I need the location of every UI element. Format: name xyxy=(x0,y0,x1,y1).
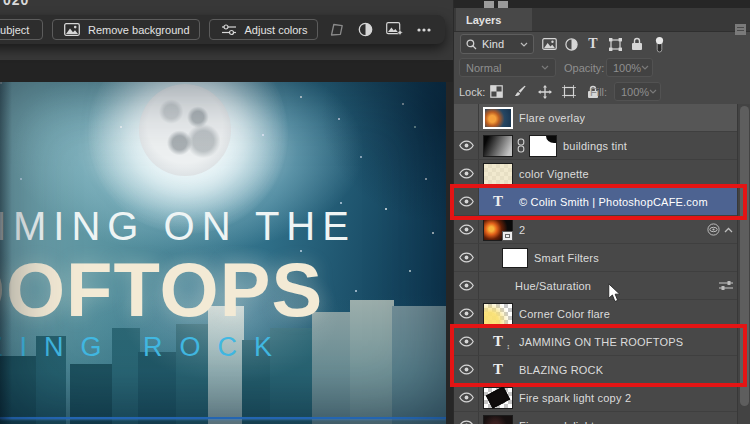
layer-row-body[interactable]: color Vignette xyxy=(479,160,738,187)
layer-thumbnail[interactable] xyxy=(483,219,513,241)
fx-eye-icon[interactable] xyxy=(707,223,720,236)
visibility-toggle[interactable] xyxy=(454,104,479,131)
fill-select[interactable]: 100% xyxy=(614,82,661,101)
visibility-toggle[interactable] xyxy=(454,132,479,159)
type-filter-icon[interactable]: T xyxy=(582,34,604,54)
layer-row-body[interactable]: Flare overlay xyxy=(479,104,738,131)
layer-row[interactable]: Fire spark light copy xyxy=(454,412,738,424)
layer-row[interactable]: Hue/Saturation xyxy=(454,272,738,300)
document-canvas[interactable]: JAMMING ON THE ROOFTOPS BLAZING ROCK xyxy=(0,82,446,424)
smart-object-filter-icon[interactable] xyxy=(626,34,648,54)
panel-dock-strip xyxy=(454,0,750,8)
image-settings-icon[interactable] xyxy=(385,20,405,40)
layer-name[interactable]: © Colin Smith | PhotoshopCAFE.com xyxy=(519,196,708,208)
layer-row-body[interactable]: 2 xyxy=(479,216,738,243)
lock-artboard-icon[interactable] xyxy=(559,82,578,101)
layers-panel: Layers Kind T Normal Opacity: 100% Lock: xyxy=(453,0,750,424)
layer-thumbnail[interactable] xyxy=(483,303,513,325)
visibility-toggle[interactable] xyxy=(454,216,479,243)
layer-row[interactable]: T© Colin Smith | PhotoshopCAFE.com xyxy=(454,188,738,216)
layer-row-body[interactable]: T↕JAMMING ON THE ROOFTOPS xyxy=(479,328,738,355)
visibility-toggle[interactable] xyxy=(454,300,479,327)
lock-brush-icon[interactable] xyxy=(511,82,530,101)
building xyxy=(242,340,272,424)
layer-name[interactable]: Fire spark light copy 2 xyxy=(519,392,631,404)
visibility-toggle[interactable] xyxy=(454,188,479,215)
layer-row-body[interactable]: Corner Color flare xyxy=(479,300,738,327)
layer-thumbnail[interactable] xyxy=(483,135,513,157)
visibility-toggle[interactable] xyxy=(454,328,479,355)
layer-name[interactable]: Fire spark light copy xyxy=(519,420,622,424)
visibility-toggle[interactable] xyxy=(454,356,479,383)
layer-name[interactable]: 2 xyxy=(519,224,525,236)
layer-thumbnail[interactable] xyxy=(502,248,528,268)
visibility-toggle[interactable] xyxy=(454,160,479,187)
layer-row-body[interactable]: buildings tint xyxy=(479,132,738,159)
visibility-toggle[interactable] xyxy=(454,384,479,411)
layer-row[interactable]: Smart Filters xyxy=(454,244,738,272)
type-layer-icon: T xyxy=(483,193,513,210)
layer-name[interactable]: JAMMING ON THE ROOFTOPS xyxy=(519,336,683,348)
layer-thumbnail[interactable] xyxy=(483,415,513,424)
adjust-colors-button[interactable]: Adjust colors xyxy=(209,19,318,40)
layer-row[interactable]: 2 xyxy=(454,216,738,244)
contrast-icon[interactable] xyxy=(356,20,376,40)
adjustment-filter-icon[interactable] xyxy=(560,34,582,54)
layer-name[interactable]: Flare overlay xyxy=(519,112,585,124)
layer-name[interactable]: Smart Filters xyxy=(534,252,599,264)
lock-row: Lock: Fill: 100% xyxy=(454,81,750,102)
layer-name[interactable]: buildings tint xyxy=(563,140,627,152)
layer-name[interactable]: Corner Color flare xyxy=(519,308,610,320)
visibility-toggle[interactable] xyxy=(454,244,479,271)
layer-row-body[interactable]: Fire spark light copy 2 xyxy=(479,384,738,411)
layer-row-body[interactable]: Smart Filters xyxy=(479,244,738,271)
warp-icon[interactable] xyxy=(327,20,347,40)
layer-thumbnail[interactable] xyxy=(483,387,513,409)
opacity-select[interactable]: 100% xyxy=(606,58,653,77)
layer-row[interactable]: T↕JAMMING ON THE ROOFTOPS xyxy=(454,328,738,356)
panel-scrollbar[interactable] xyxy=(737,104,750,424)
layer-row-body[interactable]: T© Colin Smith | PhotoshopCAFE.com xyxy=(479,188,738,215)
poster-title-line2: ROOFTOPS xyxy=(0,246,323,333)
layer-row-right-icons xyxy=(719,280,738,291)
layer-row[interactable]: Fire spark light copy 2 xyxy=(454,384,738,412)
image-filter-icon[interactable] xyxy=(538,34,560,54)
type-layer-icon: T xyxy=(483,361,513,378)
photoshop-window: 020 JAMMING ON THE xyxy=(0,0,750,424)
filter-kind-select[interactable]: Kind xyxy=(460,34,534,54)
layers-tab[interactable]: Layers xyxy=(456,8,532,31)
scrollbar-thumb[interactable] xyxy=(740,106,749,406)
layer-name[interactable]: Hue/Saturation xyxy=(515,280,591,292)
layer-row[interactable]: Corner Color flare xyxy=(454,300,738,328)
layer-mask-thumbnail[interactable] xyxy=(529,135,557,157)
moon-image xyxy=(139,84,231,176)
layer-row[interactable]: Flare overlay xyxy=(454,104,738,132)
layer-thumbnail[interactable] xyxy=(483,163,513,185)
building xyxy=(350,300,394,424)
filter-toggle-icon[interactable] xyxy=(648,34,670,54)
poster-subtitle: BLAZING ROCK xyxy=(0,332,289,363)
layer-row-body[interactable]: Fire spark light copy xyxy=(479,412,738,424)
layer-name[interactable]: BLAZING ROCK xyxy=(519,364,603,376)
layer-thumbnail[interactable] xyxy=(483,107,513,129)
layer-row[interactable]: TBLAZING ROCK xyxy=(454,356,738,384)
chevron-up-icon[interactable] xyxy=(724,227,733,233)
shape-filter-icon[interactable] xyxy=(604,34,626,54)
link-icon[interactable] xyxy=(517,138,525,153)
layer-row[interactable]: buildings tint xyxy=(454,132,738,160)
adjust-sliders-icon[interactable] xyxy=(719,280,733,291)
blend-mode-value: Normal xyxy=(466,62,541,74)
layer-row-body[interactable]: TBLAZING ROCK xyxy=(479,356,738,383)
lock-transparency-icon[interactable] xyxy=(487,82,506,101)
blend-mode-select[interactable]: Normal xyxy=(459,58,556,77)
visibility-toggle[interactable] xyxy=(454,412,479,424)
lock-position-icon[interactable] xyxy=(535,82,554,101)
eye-icon xyxy=(459,308,474,319)
eye-icon xyxy=(459,252,474,263)
layer-row[interactable]: color Vignette xyxy=(454,160,738,188)
remove-background-button[interactable]: Remove background xyxy=(52,19,200,40)
select-subject-button[interactable]: subject xyxy=(0,19,43,40)
more-options-icon[interactable] xyxy=(414,20,434,40)
visibility-toggle[interactable] xyxy=(454,272,479,299)
layer-name[interactable]: color Vignette xyxy=(519,168,589,180)
